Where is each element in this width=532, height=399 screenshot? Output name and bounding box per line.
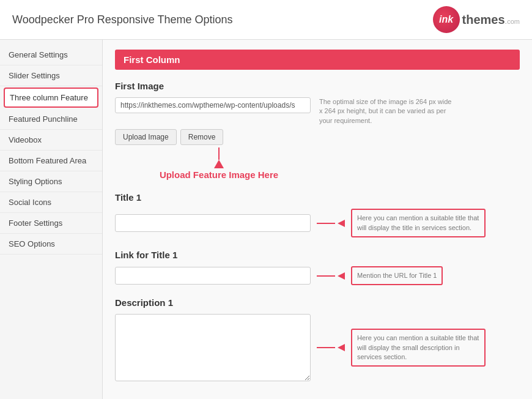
arrow-up-head xyxy=(214,160,224,168)
link-title1-annotation: Mention the URL for Title 1 xyxy=(351,266,443,285)
remove-image-button[interactable]: Remove xyxy=(180,129,224,145)
image-hint: The optimal size of the image is 264 px … xyxy=(319,97,454,125)
sidebar: General Settings Slider Settings Three c… xyxy=(0,40,103,399)
sidebar-item-videobox[interactable]: Videobox xyxy=(0,130,102,151)
title1-input[interactable] xyxy=(115,214,311,232)
description1-label: Description 1 xyxy=(115,297,520,308)
page-wrapper: Woodpecker Pro Responsive Theme Options … xyxy=(0,0,532,399)
title1-label: Title 1 xyxy=(115,192,520,203)
logo: ink themes.com xyxy=(433,6,520,33)
description1-arrow-head xyxy=(338,344,345,351)
description1-input[interactable] xyxy=(115,314,311,381)
image-upload-row: The optimal size of the image is 264 px … xyxy=(115,97,520,125)
link-title1-section: Link for Title 1 Mention the URL for Tit… xyxy=(115,250,520,285)
link-title1-label: Link for Title 1 xyxy=(115,250,520,260)
sidebar-item-three-column-feature[interactable]: Three column Feature xyxy=(4,88,98,108)
title1-arrow-line xyxy=(317,223,335,224)
title1-annotation: Here you can mention a suitable title th… xyxy=(351,209,486,237)
upload-label: Upload Feature Image Here xyxy=(160,170,278,180)
logo-ink: ink xyxy=(439,14,453,25)
image-url-input[interactable] xyxy=(115,97,311,113)
sidebar-item-slider-settings[interactable]: Slider Settings xyxy=(0,65,102,86)
first-image-section: First Image The optimal size of the imag… xyxy=(115,81,520,180)
sidebar-item-bottom-featured-area[interactable]: Bottom Featured Area xyxy=(0,151,102,171)
logo-com: com xyxy=(507,18,520,25)
content-wrapper: General Settings Slider Settings Three c… xyxy=(0,40,532,399)
link-title1-arrow-head xyxy=(338,272,345,280)
description1-section: Description 1 Here you can mention a sui… xyxy=(115,297,520,381)
image-input-wrapper xyxy=(115,97,311,113)
title1-arrow xyxy=(317,220,345,227)
description1-arrow xyxy=(317,344,345,351)
description1-arrow-line xyxy=(317,347,335,348)
page-title: Woodpecker Pro Responsive Theme Options xyxy=(12,13,233,26)
link-title1-arrow-line xyxy=(317,275,335,277)
logo-circle: ink xyxy=(433,6,460,33)
description1-input-row: Here you can mention a suitable title th… xyxy=(115,314,520,381)
first-image-title: First Image xyxy=(115,81,520,91)
arrow-up-line xyxy=(218,147,220,160)
link-title1-input-row: Mention the URL for Title 1 xyxy=(115,266,520,285)
title1-input-row: Here you can mention a suitable title th… xyxy=(115,209,520,237)
sidebar-item-general-settings[interactable]: General Settings xyxy=(0,45,102,65)
logo-text-wrapper: themes.com xyxy=(462,13,520,27)
sidebar-item-styling-options[interactable]: Styling Options xyxy=(0,171,102,192)
section-header: First Column xyxy=(115,50,520,70)
sidebar-item-seo-options[interactable]: SEO Options xyxy=(0,234,102,255)
title1-section: Title 1 Here you can mention a suitable … xyxy=(115,192,520,237)
title1-arrow-head xyxy=(338,220,345,227)
link-title1-arrow xyxy=(317,272,345,280)
sidebar-item-social-icons[interactable]: Social Icons xyxy=(0,192,102,213)
logo-themes: themes xyxy=(462,13,505,26)
header: Woodpecker Pro Responsive Theme Options … xyxy=(0,0,532,40)
upload-image-button[interactable]: Upload Image xyxy=(115,129,177,145)
main-content: First Column First Image The optimal siz… xyxy=(103,40,532,399)
image-btn-group: Upload Image Remove xyxy=(115,129,520,145)
sidebar-item-footer-settings[interactable]: Footer Settings xyxy=(0,213,102,234)
upload-annotation: Upload Feature Image Here xyxy=(146,147,292,180)
description1-annotation: Here you can mention a suitable title th… xyxy=(351,329,486,367)
sidebar-item-featured-punchline[interactable]: Featured Punchline xyxy=(0,109,102,130)
link-title1-input[interactable] xyxy=(115,267,311,285)
